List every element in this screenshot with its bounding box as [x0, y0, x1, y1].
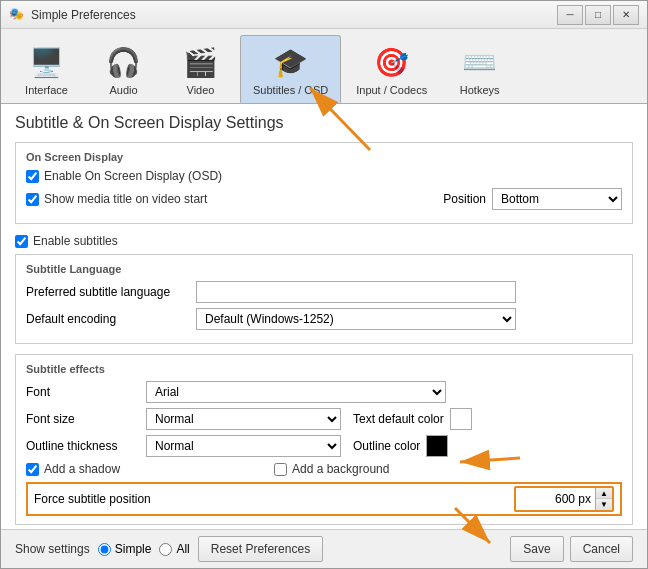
- tab-video[interactable]: 🎬 Video: [163, 35, 238, 103]
- tab-hotkeys[interactable]: ⌨️ Hotkeys: [442, 35, 517, 103]
- tab-audio[interactable]: 🎧 Audio: [86, 35, 161, 103]
- subtitle-effects-section: Subtitle effects Font Arial Times New Ro…: [15, 354, 633, 525]
- enable-osd-row: Enable On Screen Display (OSD): [26, 169, 622, 183]
- add-background-label[interactable]: Add a background: [292, 462, 452, 476]
- tab-interface[interactable]: 🖥️ Interface: [9, 35, 84, 103]
- save-button[interactable]: Save: [510, 536, 563, 562]
- tab-subtitles[interactable]: 🎓 Subtitles / OSD: [240, 35, 341, 103]
- tab-video-label: Video: [187, 84, 215, 96]
- show-media-title-checkbox[interactable]: [26, 193, 39, 206]
- show-settings-label: Show settings: [15, 542, 90, 556]
- show-media-title-label[interactable]: Show media title on video start: [44, 192, 207, 206]
- show-media-title-row: Show media title on video start Position…: [26, 188, 622, 210]
- tab-subtitles-label: Subtitles / OSD: [253, 84, 328, 96]
- show-simple-radio-group: Simple: [98, 542, 152, 556]
- text-default-color-label: Text default color: [353, 412, 444, 426]
- interface-icon: 🖥️: [27, 42, 67, 82]
- app-icon: 🎭: [9, 7, 25, 23]
- font-size-select[interactable]: Normal Small Large Very Large: [146, 408, 341, 430]
- tab-hotkeys-label: Hotkeys: [460, 84, 500, 96]
- force-position-row: Force subtitle position ▲ ▼: [26, 482, 622, 516]
- toolbar: 🖥️ Interface 🎧 Audio 🎬 Video 🎓 Subtitles…: [1, 29, 647, 103]
- content-area: Subtitle & On Screen Display Settings On…: [1, 103, 647, 529]
- titlebar: 🎭 Simple Preferences ─ □ ✕: [1, 1, 647, 29]
- add-shadow-checkbox[interactable]: [26, 463, 39, 476]
- outline-color-label: Outline color: [353, 439, 420, 453]
- font-row: Font Arial Times New Roman Courier New V…: [26, 381, 622, 403]
- tab-input[interactable]: 🎯 Input / Codecs: [343, 35, 440, 103]
- font-size-label: Font size: [26, 412, 146, 426]
- show-simple-label[interactable]: Simple: [115, 542, 152, 556]
- shadow-background-row: Add a shadow Add a background: [26, 462, 622, 476]
- default-encoding-select[interactable]: Default (Windows-1252) UTF-8 ISO-8859-1: [196, 308, 516, 330]
- position-label: Position: [443, 192, 486, 206]
- enable-osd-checkbox[interactable]: [26, 170, 39, 183]
- bottom-bar: Show settings Simple All Reset Preferenc…: [1, 529, 647, 568]
- outline-thickness-select[interactable]: Normal Thin Thick Very Thick: [146, 435, 341, 457]
- enable-subtitles-row: Enable subtitles: [15, 234, 633, 248]
- preferred-language-row: Preferred subtitle language: [26, 281, 622, 303]
- force-position-input[interactable]: [516, 488, 596, 510]
- add-shadow-label[interactable]: Add a shadow: [44, 462, 204, 476]
- font-label: Font: [26, 385, 146, 399]
- maximize-button[interactable]: □: [585, 5, 611, 25]
- minimize-button[interactable]: ─: [557, 5, 583, 25]
- tab-audio-label: Audio: [109, 84, 137, 96]
- hotkeys-icon: ⌨️: [460, 42, 500, 82]
- tab-input-label: Input / Codecs: [356, 84, 427, 96]
- titlebar-buttons: ─ □ ✕: [557, 5, 639, 25]
- input-icon: 🎯: [372, 42, 412, 82]
- position-select[interactable]: Bottom Top Left Right: [492, 188, 622, 210]
- font-size-row: Font size Normal Small Large Very Large …: [26, 408, 622, 430]
- force-position-down[interactable]: ▼: [596, 499, 612, 510]
- force-position-label: Force subtitle position: [34, 492, 154, 506]
- text-color-picker[interactable]: [450, 408, 472, 430]
- outline-color-picker[interactable]: [426, 435, 448, 457]
- show-all-radio[interactable]: [159, 543, 172, 556]
- cancel-button[interactable]: Cancel: [570, 536, 633, 562]
- default-encoding-label: Default encoding: [26, 312, 196, 326]
- tab-interface-label: Interface: [25, 84, 68, 96]
- close-button[interactable]: ✕: [613, 5, 639, 25]
- preferred-language-input[interactable]: [196, 281, 516, 303]
- audio-icon: 🎧: [104, 42, 144, 82]
- add-background-checkbox[interactable]: [274, 463, 287, 476]
- window-title: Simple Preferences: [31, 8, 557, 22]
- outline-thickness-row: Outline thickness Normal Thin Thick Very…: [26, 435, 622, 457]
- enable-osd-label[interactable]: Enable On Screen Display (OSD): [44, 169, 222, 183]
- video-icon: 🎬: [181, 42, 221, 82]
- subtitle-language-label: Subtitle Language: [26, 263, 622, 275]
- show-all-radio-group: All: [159, 542, 189, 556]
- osd-section-label: On Screen Display: [26, 151, 622, 163]
- subtitle-language-section: Subtitle Language Preferred subtitle lan…: [15, 254, 633, 344]
- enable-subtitles-checkbox[interactable]: [15, 235, 28, 248]
- subtitles-icon: 🎓: [271, 42, 311, 82]
- outline-thickness-label: Outline thickness: [26, 439, 146, 453]
- show-all-label[interactable]: All: [176, 542, 189, 556]
- preferred-language-label: Preferred subtitle language: [26, 285, 196, 299]
- page-title: Subtitle & On Screen Display Settings: [15, 114, 633, 132]
- subtitle-effects-label: Subtitle effects: [26, 363, 622, 375]
- default-encoding-row: Default encoding Default (Windows-1252) …: [26, 308, 622, 330]
- force-position-up[interactable]: ▲: [596, 488, 612, 499]
- enable-subtitles-label[interactable]: Enable subtitles: [33, 234, 118, 248]
- reset-preferences-button[interactable]: Reset Preferences: [198, 536, 323, 562]
- show-simple-radio[interactable]: [98, 543, 111, 556]
- font-select[interactable]: Arial Times New Roman Courier New Verdan…: [146, 381, 446, 403]
- osd-section: On Screen Display Enable On Screen Displ…: [15, 142, 633, 224]
